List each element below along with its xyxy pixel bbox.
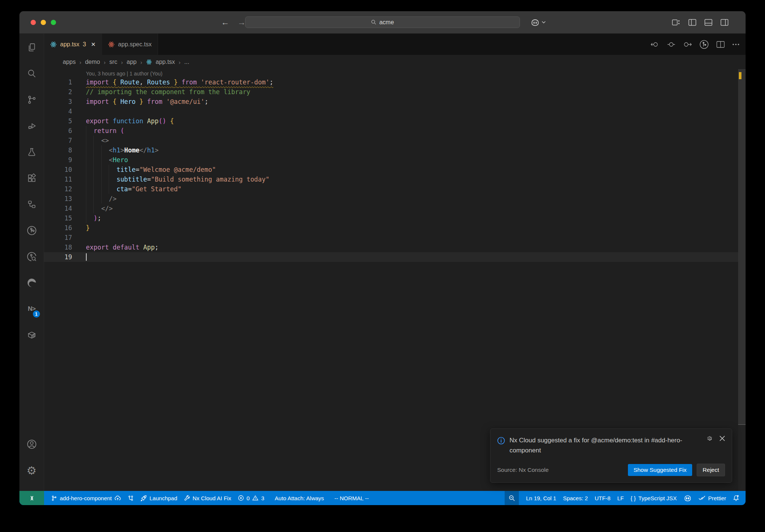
show-suggested-fix-button[interactable]: Show Suggested Fix — [628, 464, 692, 476]
copilot-menu[interactable] — [530, 19, 546, 26]
customize-layout-icon[interactable] — [672, 19, 680, 26]
breadcrumb-item[interactable]: app — [127, 59, 137, 65]
maximize-window-button[interactable] — [51, 20, 56, 25]
explorer-icon[interactable] — [23, 38, 41, 57]
code-line[interactable]: 12 cta="Get Started" — [44, 184, 746, 194]
search-icon — [371, 19, 377, 25]
status-branch[interactable]: add-hero-component — [48, 491, 124, 505]
toggle-secondary-sidebar-icon[interactable] — [721, 19, 728, 26]
minimize-window-button[interactable] — [41, 20, 46, 25]
toggle-primary-sidebar-icon[interactable] — [688, 19, 696, 26]
notification-close-icon[interactable] — [719, 436, 725, 441]
prev-change-icon[interactable] — [651, 41, 660, 48]
status-nx-cloud-fix[interactable]: Nx Cloud AI Fix — [181, 491, 235, 505]
containers-icon[interactable] — [23, 326, 41, 344]
line-content: title="Welcmoe @acme/demo" — [86, 165, 216, 174]
code-line[interactable]: 9 <Hero — [44, 155, 746, 165]
status-indentation[interactable]: Spaces: 2 — [560, 491, 591, 505]
code-line[interactable]: 15 ); — [44, 213, 746, 223]
code-line[interactable]: 11 subtitle="Build something amazing tod… — [44, 174, 746, 184]
breadcrumb-item[interactable]: demo — [85, 59, 100, 65]
extensions-icon[interactable] — [23, 169, 41, 188]
status-launchpad[interactable]: Launchpad — [137, 491, 180, 505]
status-vim-mode[interactable]: -- NORMAL -- — [331, 491, 372, 505]
nx-console-icon[interactable]: N>1 — [23, 300, 41, 318]
code-line[interactable]: 3import { Hero } from '@acme/ui'; — [44, 97, 746, 106]
code-line[interactable]: 8 <h1>Home</h1> — [44, 145, 746, 155]
code-line[interactable]: 2// importing the component from the lib… — [44, 87, 746, 97]
source-control-icon[interactable] — [23, 90, 41, 109]
gitlens-inspect-icon[interactable] — [23, 247, 41, 266]
line-content: export function App() { — [86, 116, 174, 126]
status-problems[interactable]: 0 3 — [235, 491, 268, 505]
close-window-button[interactable] — [31, 20, 36, 25]
account-icon[interactable] — [23, 435, 41, 454]
tab-close-icon[interactable]: ✕ — [91, 41, 96, 48]
indent-guide — [86, 155, 86, 165]
reject-button[interactable]: Reject — [697, 464, 725, 476]
breadcrumb-item[interactable]: apps — [63, 59, 76, 65]
testing-icon[interactable] — [23, 143, 41, 161]
scrollbar[interactable] — [738, 69, 746, 491]
status-cursor-position[interactable]: Ln 19, Col 1 — [523, 491, 560, 505]
more-actions-icon[interactable] — [732, 43, 740, 46]
indent-guide — [93, 165, 94, 174]
breadcrumb-separator: › — [140, 59, 142, 65]
status-copilot[interactable] — [680, 491, 695, 505]
breadcrumb-separator: › — [104, 59, 106, 65]
line-content: return ( — [86, 126, 124, 136]
code-line[interactable]: 1import { Route, Routes } from 'react-ro… — [44, 77, 746, 87]
status-zoom[interactable] — [505, 491, 519, 505]
nav-back-icon[interactable]: ← — [221, 18, 229, 27]
line-number: 6 — [44, 126, 86, 136]
line-number: 16 — [44, 223, 86, 233]
status-language[interactable]: { }TypeScript JSX — [627, 491, 680, 505]
code-line[interactable]: 5export function App() { — [44, 116, 746, 126]
scrollbar-thumb[interactable] — [738, 69, 746, 425]
status-bar: add-hero-component Launchpad Nx Cloud AI… — [19, 491, 746, 505]
code-line[interactable]: 16} — [44, 223, 746, 233]
search-view-icon[interactable] — [23, 64, 41, 83]
toggle-panel-icon[interactable] — [704, 19, 712, 26]
tab-app-tsx[interactable]: app.tsx 3 ✕ — [44, 34, 102, 55]
remote-explorer-icon[interactable] — [23, 195, 41, 214]
nav-forward-icon[interactable]: → — [238, 18, 246, 27]
code-line[interactable]: 6 return ( — [44, 126, 746, 136]
tab-app-spec-tsx[interactable]: app.spec.tsx — [102, 34, 158, 55]
remote-indicator[interactable] — [19, 491, 44, 505]
code-line[interactable]: 18export default App; — [44, 242, 746, 252]
status-formatter[interactable]: Prettier — [695, 491, 730, 505]
status-commit-graph[interactable] — [124, 491, 137, 505]
status-encoding[interactable]: UTF-8 — [591, 491, 614, 505]
status-eol[interactable]: LF — [614, 491, 627, 505]
code-line[interactable]: 17 — [44, 233, 746, 242]
line-number: 1 — [44, 77, 86, 87]
code-line[interactable]: 13 /> — [44, 194, 746, 204]
code-line[interactable]: 19 — [44, 252, 746, 262]
breadcrumb-item[interactable]: app.tsx — [156, 59, 175, 65]
edge-browser-icon[interactable] — [23, 273, 41, 292]
notification-settings-icon[interactable] — [707, 436, 713, 442]
code-line[interactable]: 4 — [44, 106, 746, 116]
settings-gear-icon[interactable]: ⚙ — [23, 461, 41, 480]
commit-graph-icon[interactable] — [699, 40, 709, 49]
breadcrumb-item[interactable]: ... — [184, 59, 189, 65]
gitlens-icon[interactable] — [23, 221, 41, 240]
breadcrumb-item[interactable]: src — [109, 59, 117, 65]
code-line[interactable]: 14 </> — [44, 204, 746, 213]
status-auto-attach[interactable]: Auto Attach: Always — [272, 491, 328, 505]
command-center-search[interactable]: acme — [245, 16, 520, 28]
chevron-down-icon — [542, 21, 546, 24]
split-editor-icon[interactable] — [716, 41, 725, 48]
tab-label: app.spec.tsx — [118, 41, 152, 48]
code-line[interactable]: 10 title="Welcmoe @acme/demo" — [44, 165, 746, 174]
current-change-icon[interactable] — [667, 41, 675, 48]
code-editor[interactable]: You, 3 hours ago | 1 author (You) 1impor… — [44, 69, 746, 491]
notification-toast: Nx Cloud suggested a fix for @acme/demo:… — [490, 429, 732, 483]
code-line[interactable]: 7 <> — [44, 136, 746, 145]
run-debug-icon[interactable] — [23, 117, 41, 135]
status-notifications[interactable] — [730, 491, 743, 505]
react-test-icon — [108, 41, 115, 48]
line-number: 15 — [44, 213, 86, 223]
next-change-icon[interactable] — [683, 41, 692, 48]
